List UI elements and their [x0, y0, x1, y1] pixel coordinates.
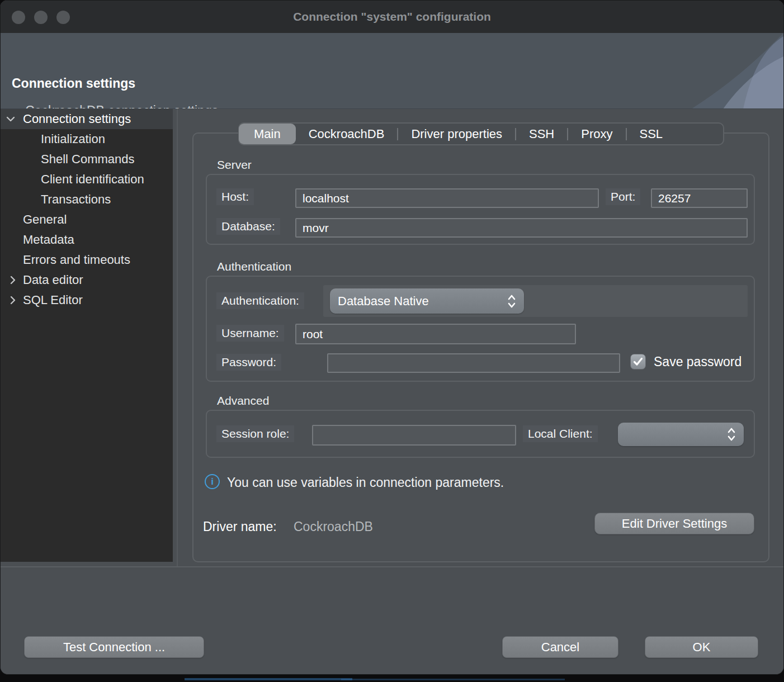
authentication-method-select[interactable]: Database Native — [330, 288, 524, 314]
dialog-body: Connection settings Initialization Shell… — [1, 109, 783, 566]
advanced-section-label: Advanced — [217, 394, 269, 408]
password-label: Password: — [216, 354, 281, 371]
server-group: Host: Port: Database: — [206, 174, 755, 245]
tree-item-initialization[interactable]: Initialization — [1, 129, 173, 149]
tab-ssh[interactable]: SSH — [516, 124, 567, 144]
titlebar: Connection "system" configuration — [1, 1, 783, 33]
tab-bar: Main CockroachDB Driver properties SSH P… — [238, 122, 724, 145]
tree-item-client-identification[interactable]: Client identification — [1, 169, 173, 190]
tree-item-label: General — [1, 212, 67, 227]
advanced-group: Session role: Local Client: — [206, 410, 755, 458]
tree-item-errors-and-timeouts[interactable]: Errors and timeouts — [1, 250, 173, 270]
tree-item-label: Initialization — [1, 132, 105, 146]
main-tab-panel: Server Host: Port: Database: Authenticat… — [192, 132, 769, 562]
database-label: Database: — [216, 218, 280, 235]
local-client-label: Local Client: — [523, 425, 598, 442]
tree-item-label: Client identification — [1, 172, 144, 187]
tree-item-metadata[interactable]: Metadata — [1, 230, 173, 250]
tree-item-label: Transactions — [1, 192, 111, 207]
authentication-section-label: Authentication — [217, 260, 291, 273]
header-decoration-curves — [660, 33, 783, 109]
dialog-header: Connection settings CockroachDB connecti… — [1, 33, 783, 109]
tab-label: Main — [254, 127, 281, 141]
chevron-right-icon[interactable] — [7, 295, 18, 306]
tree-item-label: Metadata — [1, 233, 74, 247]
tree-item-sql-editor[interactable]: SQL Editor — [1, 290, 173, 310]
tab-cockroachdb[interactable]: CockroachDB — [296, 124, 398, 144]
tree-item-general[interactable]: General — [1, 210, 173, 230]
tab-driver-properties[interactable]: Driver properties — [398, 124, 515, 144]
database-input[interactable] — [295, 218, 748, 238]
tree-item-data-editor[interactable]: Data editor — [1, 270, 173, 290]
desktop-artifact — [185, 678, 352, 680]
session-role-label: Session role: — [216, 425, 294, 442]
page-title: Connection settings — [12, 76, 135, 91]
ok-button[interactable]: OK — [645, 636, 758, 658]
session-role-input[interactable] — [312, 425, 516, 446]
settings-tree: Connection settings Initialization Shell… — [1, 109, 173, 562]
tree-item-label: Shell Commands — [1, 152, 135, 167]
tab-label: CockroachDB — [309, 127, 385, 141]
test-connection-button[interactable]: Test Connection ... — [24, 636, 204, 658]
driver-name-value: CockroachDB — [294, 519, 373, 534]
authentication-method-value: Database Native — [338, 294, 429, 309]
local-client-select[interactable] — [618, 423, 744, 446]
tab-label: SSH — [529, 127, 554, 141]
username-label: Username: — [216, 325, 284, 342]
info-message: You can use variables in connection para… — [227, 475, 504, 490]
port-label: Port: — [606, 188, 640, 205]
tab-ssl[interactable]: SSL — [627, 124, 676, 144]
desktop-artifact — [341, 679, 565, 680]
tree-item-shell-commands[interactable]: Shell Commands — [1, 149, 173, 169]
tree-item-label: Errors and timeouts — [1, 253, 130, 267]
password-input[interactable] — [327, 353, 620, 373]
select-chevrons-icon — [727, 427, 736, 442]
cancel-button[interactable]: Cancel — [502, 636, 618, 658]
username-input[interactable] — [295, 324, 576, 344]
dialog-footer: Test Connection ... Cancel OK — [1, 567, 783, 675]
edit-driver-settings-button[interactable]: Edit Driver Settings — [594, 513, 754, 534]
save-password-label: Save password — [654, 354, 742, 370]
host-input[interactable] — [295, 188, 599, 208]
tab-label: SSL — [640, 127, 663, 141]
connection-configuration-dialog: Connection "system" configuration Connec… — [0, 0, 784, 675]
authentication-group: Authentication: Database Native Username… — [206, 276, 755, 382]
tab-label: Proxy — [581, 127, 612, 141]
save-password-checkbox[interactable] — [630, 354, 646, 370]
tree-item-connection-settings[interactable]: Connection settings — [1, 109, 173, 129]
driver-name-label: Driver name: — [203, 519, 277, 534]
tab-proxy[interactable]: Proxy — [568, 124, 625, 144]
info-icon: i — [205, 474, 220, 489]
tree-item-transactions[interactable]: Transactions — [1, 190, 173, 210]
tab-label: Driver properties — [411, 127, 502, 141]
select-chevrons-icon — [507, 294, 516, 309]
host-label: Host: — [216, 188, 254, 205]
tab-main[interactable]: Main — [239, 124, 296, 144]
port-input[interactable] — [651, 188, 748, 208]
chevron-right-icon[interactable] — [7, 274, 18, 286]
sidebar-divider — [177, 109, 178, 566]
server-section-label: Server — [217, 158, 252, 172]
checkmark-icon — [633, 357, 643, 366]
authentication-method-label: Authentication: — [216, 292, 304, 309]
chevron-down-icon[interactable] — [5, 113, 16, 125]
tree-item-label: Connection settings — [1, 112, 131, 126]
window-title: Connection "system" configuration — [1, 1, 783, 33]
page-subtitle: CockroachDB connection settings — [25, 103, 218, 109]
